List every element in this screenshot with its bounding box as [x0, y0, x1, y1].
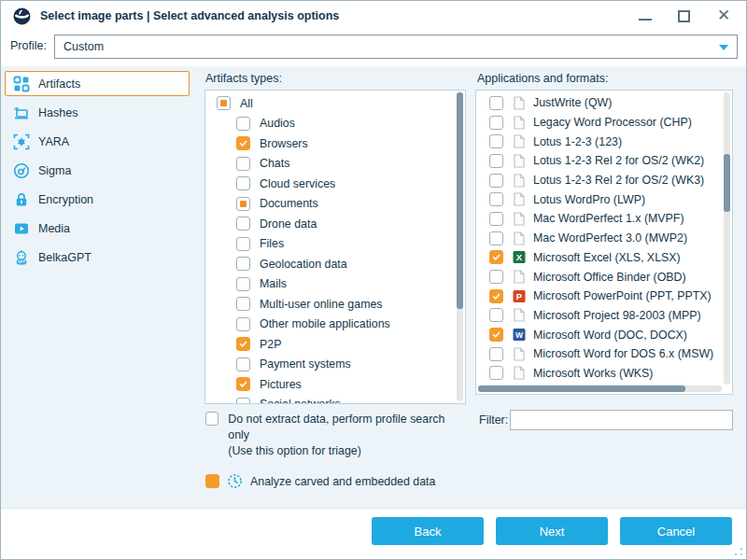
cancel-button[interactable]: Cancel	[620, 517, 732, 545]
generic-file-icon	[513, 347, 526, 361]
artifact-type-checkbox[interactable]	[236, 357, 250, 371]
triage-option[interactable]: Do not extract data, perform profile sea…	[205, 412, 456, 459]
artifact-type-row[interactable]: Drone data	[205, 214, 456, 234]
scrollbar-thumb[interactable]	[457, 92, 463, 309]
artifact-type-checkbox[interactable]	[236, 157, 250, 171]
artifact-type-row[interactable]: Audios	[205, 114, 456, 134]
artifact-type-label: Geolocation data	[260, 258, 347, 271]
sidebar-item-sigma[interactable]: Sigma	[5, 158, 190, 183]
artifact-type-row[interactable]: Pictures	[205, 374, 456, 395]
application-row[interactable]: Legacy Word Processor (CHP)	[476, 113, 723, 133]
resize-grip[interactable]	[734, 547, 743, 556]
scrollbar-thumb[interactable]	[724, 154, 730, 213]
sidebar-item-label: Artifacts	[38, 77, 80, 91]
application-checkbox[interactable]	[489, 96, 503, 110]
artifact-type-row[interactable]: Other mobile applications	[205, 315, 456, 335]
generic-file-icon	[513, 174, 526, 188]
application-checkbox[interactable]	[489, 270, 503, 284]
minimize-button[interactable]	[638, 8, 653, 23]
artifact-type-checkbox[interactable]	[236, 217, 250, 231]
artifact-type-checkbox[interactable]	[217, 96, 231, 110]
artifact-type-row[interactable]: Cloud services	[205, 174, 456, 194]
artifact-type-row[interactable]: Social networks	[205, 395, 456, 405]
close-icon: ✕	[716, 8, 731, 23]
sidebar-item-media[interactable]: Media	[5, 216, 190, 241]
application-row[interactable]: Microsoft Word for DOS 6.x (MSW)	[476, 344, 723, 364]
application-label: Microsoft PowerPoint (PPT, PPTX)	[533, 289, 712, 302]
sidebar-item-yara[interactable]: YARA	[5, 129, 190, 154]
horizontal-scrollbar[interactable]	[478, 385, 722, 392]
application-row[interactable]: Lotus 1-2-3 Rel 2 for OS/2 (WK3)	[476, 171, 723, 190]
triage-checkbox[interactable]	[205, 412, 218, 426]
artifact-type-row[interactable]: Mails	[205, 274, 456, 295]
artifact-type-checkbox[interactable]	[236, 197, 250, 211]
artifact-type-checkbox[interactable]	[236, 257, 250, 271]
generic-file-icon	[513, 154, 526, 168]
application-checkbox[interactable]	[489, 328, 503, 342]
profile-dropdown[interactable]: Custom	[54, 35, 738, 59]
artifact-type-row[interactable]: Geolocation data	[205, 254, 456, 274]
application-checkbox[interactable]	[489, 134, 503, 148]
artifact-type-row[interactable]: Documents	[205, 194, 456, 215]
artifact-type-checkbox[interactable]	[236, 237, 250, 251]
maximize-button[interactable]	[677, 8, 692, 23]
application-checkbox[interactable]	[489, 192, 503, 206]
application-checkbox[interactable]	[489, 347, 503, 361]
artifact-type-row[interactable]: Payment systems	[205, 355, 456, 375]
footer: Back Next Cancel	[1, 508, 746, 559]
artifact-type-checkbox[interactable]	[236, 317, 250, 331]
artifact-type-checkbox[interactable]	[236, 176, 250, 190]
svg-text:GPT: GPT	[18, 260, 25, 264]
application-row[interactable]: Lotus WordPro (LWP)	[476, 189, 723, 209]
application-checkbox[interactable]	[489, 231, 503, 245]
carved-checkbox[interactable]	[205, 474, 219, 488]
application-row[interactable]: Lotus 1-2-3 Rel 2 for OS/2 (WK2)	[476, 151, 723, 171]
artifact-type-checkbox[interactable]	[236, 297, 250, 311]
content-area: Artifacts Hashes YARA Sigma Encryption M…	[1, 66, 746, 508]
artifact-type-row[interactable]: All	[205, 93, 456, 114]
close-button[interactable]: ✕	[716, 8, 731, 23]
application-row[interactable]: Microsoft Works (WKS)	[476, 364, 723, 384]
artifact-type-checkbox[interactable]	[236, 277, 250, 291]
application-row[interactable]: PMicrosoft PowerPoint (PPT, PPTX)	[476, 287, 723, 306]
carved-option[interactable]: Analyze carved and embedded data	[205, 473, 435, 489]
application-label: Mac WordPerfect 1.x (MVPF)	[533, 212, 684, 225]
artifact-type-checkbox[interactable]	[236, 136, 250, 150]
sidebar-item-artifacts[interactable]: Artifacts	[5, 71, 190, 96]
next-button[interactable]: Next	[496, 517, 608, 545]
filter-input[interactable]	[510, 410, 733, 430]
artifact-type-row[interactable]: Files	[205, 234, 456, 255]
application-checkbox[interactable]	[489, 250, 503, 264]
application-row[interactable]: WMicrosoft Word (DOC, DOCX)	[476, 325, 723, 344]
carved-option-label: Analyze carved and embedded data	[250, 475, 435, 488]
sidebar-item-encryption[interactable]: Encryption	[5, 187, 190, 212]
application-row[interactable]: JustWrite (QW)	[476, 93, 723, 113]
artifact-type-row[interactable]: Multi-user online games	[205, 294, 456, 315]
application-checkbox[interactable]	[489, 308, 503, 322]
scrollbar-thumb[interactable]	[478, 385, 685, 392]
artifact-type-row[interactable]: Chats	[205, 154, 456, 175]
artifact-type-checkbox[interactable]	[236, 398, 250, 404]
application-checkbox[interactable]	[489, 116, 503, 130]
application-row[interactable]: Mac WordPerfect 1.x (MVPF)	[476, 209, 723, 229]
vertical-scrollbar[interactable]	[457, 92, 463, 401]
application-row[interactable]: Microsoft Office Binder (OBD)	[476, 267, 723, 287]
application-checkbox[interactable]	[489, 212, 503, 226]
application-row[interactable]: Lotus 1-2-3 (123)	[476, 132, 723, 151]
sidebar-item-hashes[interactable]: Hashes	[5, 100, 190, 125]
application-checkbox[interactable]	[489, 174, 503, 188]
application-row[interactable]: Mac WordPerfect 3.0 (MWP2)	[476, 229, 723, 248]
application-checkbox[interactable]	[489, 289, 503, 303]
vertical-scrollbar[interactable]	[724, 92, 730, 385]
application-checkbox[interactable]	[489, 154, 503, 168]
artifact-type-row[interactable]: Browsers	[205, 133, 456, 154]
artifact-type-checkbox[interactable]	[236, 337, 250, 351]
sidebar-item-belkagpt[interactable]: GPTBelkaGPT	[5, 245, 190, 270]
back-button[interactable]: Back	[372, 517, 484, 545]
application-row[interactable]: XMicrosoft Excel (XLS, XLSX)	[476, 248, 723, 268]
application-checkbox[interactable]	[489, 366, 503, 380]
application-row[interactable]: Microsoft Project 98-2003 (MPP)	[476, 306, 723, 326]
artifact-type-row[interactable]: P2P	[205, 334, 456, 355]
artifact-type-checkbox[interactable]	[236, 377, 250, 391]
artifact-type-checkbox[interactable]	[236, 117, 250, 131]
